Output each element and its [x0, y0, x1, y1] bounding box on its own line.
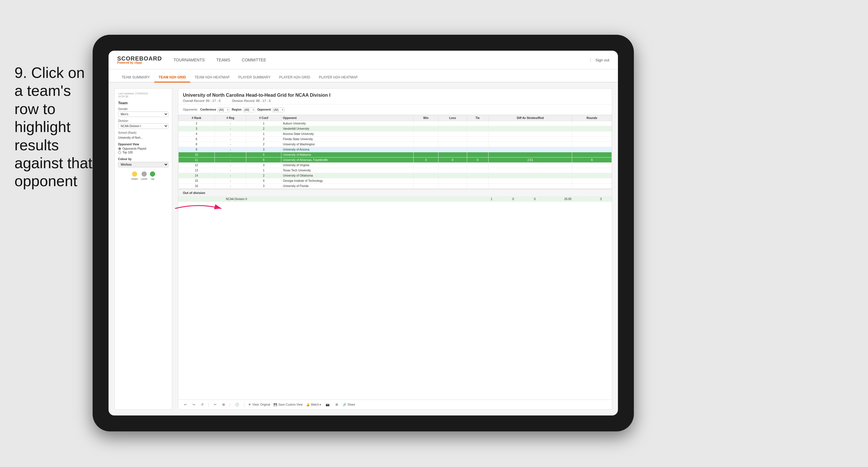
out-division-row[interactable]: NCAA Division II 1 0 0 26.00 3 — [179, 197, 612, 202]
division-select[interactable]: NCAA Division I — [118, 123, 168, 129]
table-row[interactable]: 10-5University of Alabama — [179, 152, 612, 157]
tab-team-summary[interactable]: TEAM SUMMARY — [117, 73, 154, 83]
cell-rounds — [572, 132, 612, 137]
cell-diff — [488, 152, 572, 157]
cell-loss — [438, 183, 467, 189]
undo-button[interactable]: ↩ — [183, 402, 188, 407]
table-row[interactable]: 12-3University of Virginia — [179, 163, 612, 168]
col-win: Win — [413, 115, 438, 121]
cut-button[interactable]: ✂ — [213, 402, 218, 407]
cell-reg: - — [214, 142, 246, 147]
region-filter-wrap: (All) — [243, 107, 255, 112]
cell-win — [413, 147, 438, 152]
panel-title: University of North Carolina Head-to-Hea… — [183, 93, 607, 98]
table-row[interactable]: 16-3University of Florida — [179, 183, 612, 189]
table-row[interactable]: 13-1Texas Tech University — [179, 168, 612, 173]
cell-conf: 2 — [246, 142, 281, 147]
table-row[interactable]: 4-1Arizona State University — [179, 132, 612, 137]
nav-committee[interactable]: COMMITTEE — [242, 56, 266, 64]
cell-tie — [467, 163, 488, 168]
out-of-division-label: Out of division — [178, 189, 612, 196]
cell-rank: 12 — [179, 163, 215, 168]
division-record: Division Record: 88 - 17 - 0 — [232, 99, 271, 103]
cell-tie — [467, 152, 488, 157]
opponent-view-title: Opponent View — [118, 143, 168, 146]
opponents-label: Opponents: — [183, 108, 198, 111]
table-row[interactable]: 9-3University of Arizona — [179, 147, 612, 152]
opponent-filter-select[interactable]: (All) — [272, 108, 284, 112]
cell-loss — [438, 152, 467, 157]
legend-up: Up — [150, 171, 155, 180]
colour-by-select[interactable]: Win/loss — [118, 162, 168, 167]
redo-button[interactable]: ↪ — [191, 402, 196, 407]
table-row[interactable]: 14-2University of Oklahoma — [179, 173, 612, 178]
division-label: Division — [118, 119, 168, 122]
cell-conf: 2 — [246, 126, 281, 132]
table-row[interactable]: 2-1Auburn University — [179, 121, 612, 126]
table-row[interactable]: 6-2Florida State University — [179, 137, 612, 142]
tab-team-h2h-grid[interactable]: TEAM H2H GRID — [154, 73, 190, 83]
cell-loss — [438, 121, 467, 126]
reset-button[interactable]: ↺ — [200, 402, 205, 407]
sign-out-area: | Sign out — [590, 57, 609, 62]
table-row[interactable]: 11-6University of Arkansas, Fayetteville… — [179, 157, 612, 163]
radio-opponents-played[interactable]: Opponents Played — [118, 147, 168, 150]
cell-rounds — [572, 142, 612, 147]
cell-loss — [438, 132, 467, 137]
table-row[interactable]: 8-2University of Washington — [179, 142, 612, 147]
cell-rounds — [572, 152, 612, 157]
school-value: University of Nort... — [118, 136, 168, 139]
table-row[interactable]: 15-4Georgia Institute of Technology — [179, 178, 612, 183]
cell-conf: 3 — [246, 183, 281, 189]
cell-rounds — [572, 126, 612, 132]
out-diff: 26.00 — [546, 197, 590, 202]
watch-button[interactable]: 🔔 Watch ▾ — [306, 403, 321, 406]
copy-button[interactable]: ⊞ — [221, 402, 226, 407]
region-filter-select[interactable]: (All) — [243, 108, 255, 112]
cell-loss — [438, 126, 467, 132]
grid-button[interactable]: ⊞ — [334, 402, 339, 407]
col-diff: Diff Av Strokes/Rnd — [488, 115, 572, 121]
share-button[interactable]: 🔗 Share — [343, 403, 355, 406]
out-division-name: NCAA Division II — [224, 197, 481, 202]
cell-opponent: Texas Tech University — [281, 168, 413, 173]
panel-records: Overall Record: 89 - 17 - 0 Division Rec… — [183, 99, 607, 103]
gender-select[interactable]: Men's — [118, 112, 168, 117]
nav-tournaments[interactable]: TOURNAMENTS — [174, 56, 205, 64]
panel-header: University of North Carolina Head-to-Hea… — [178, 89, 612, 105]
camera-button[interactable]: 📷 — [324, 402, 331, 407]
cell-tie: 0 — [467, 157, 488, 163]
logo-area: SCOREBOARD Powered by clippi — [117, 56, 162, 64]
toolbar-sep2: | — [229, 403, 231, 407]
view-label: View: Original — [252, 403, 270, 406]
save-custom-view-button[interactable]: 💾 Save Custom View — [274, 403, 303, 406]
table-row[interactable]: 3-2Vanderbilt University — [179, 126, 612, 132]
cell-win — [413, 142, 438, 147]
clock-button[interactable]: 🕐 — [234, 402, 240, 407]
watch-label: Watch ▾ — [311, 403, 321, 406]
instruction-text: 9. Click on a team's row to highlight re… — [14, 64, 95, 190]
nav-teams[interactable]: TEAMS — [216, 56, 230, 64]
cell-tie — [467, 137, 488, 142]
out-win: 1 — [481, 197, 502, 202]
radio-top-100[interactable]: Top 100 — [118, 151, 168, 154]
cell-rounds — [572, 121, 612, 126]
opponent-filter-wrap: (All) — [272, 107, 284, 112]
sign-out-button[interactable]: Sign out — [595, 58, 609, 62]
view-original-button[interactable]: 👁 View: Original — [248, 403, 270, 406]
legend-up-circle — [150, 171, 155, 177]
cell-loss — [438, 168, 467, 173]
tab-player-h2h-grid[interactable]: PLAYER H2H GRID — [275, 73, 315, 83]
sub-nav: TEAM SUMMARY TEAM H2H GRID TEAM H2H HEAT… — [108, 69, 618, 83]
tab-player-summary[interactable]: PLAYER SUMMARY — [234, 73, 275, 83]
tab-team-h2h-heatmap[interactable]: TEAM H2H HEATMAP — [190, 73, 234, 83]
cell-loss: 0 — [438, 157, 467, 163]
tab-player-h2h-heatmap[interactable]: PLAYER H2H HEATMAP — [315, 73, 362, 83]
cell-opponent: University of Arizona — [281, 147, 413, 152]
out-conf — [209, 197, 224, 202]
cell-reg: - — [214, 121, 246, 126]
radio-dot-top100 — [118, 151, 121, 154]
conference-filter-select[interactable]: (All) — [217, 108, 229, 112]
cell-diff — [488, 137, 572, 142]
col-loss: Loss — [438, 115, 467, 121]
